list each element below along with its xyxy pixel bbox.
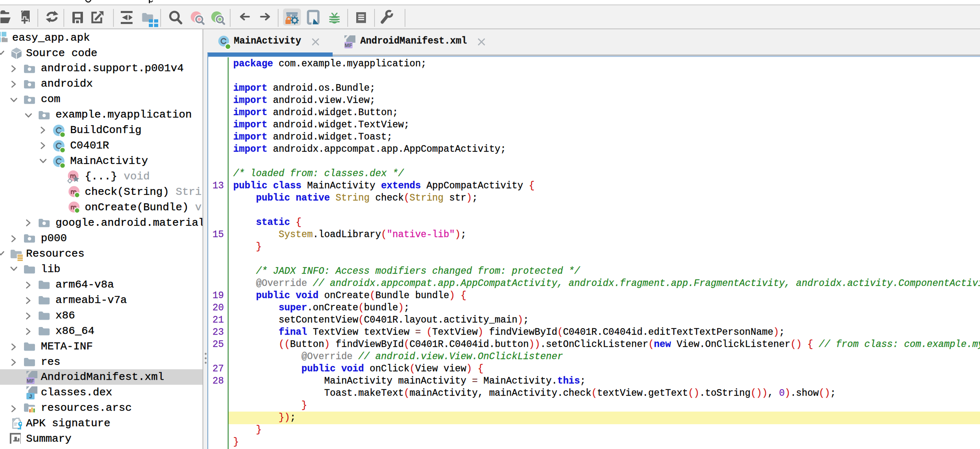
- svg-text:MF: MF: [27, 378, 35, 384]
- svg-text:MF: MF: [345, 42, 353, 48]
- svg-text:J: J: [29, 393, 32, 399]
